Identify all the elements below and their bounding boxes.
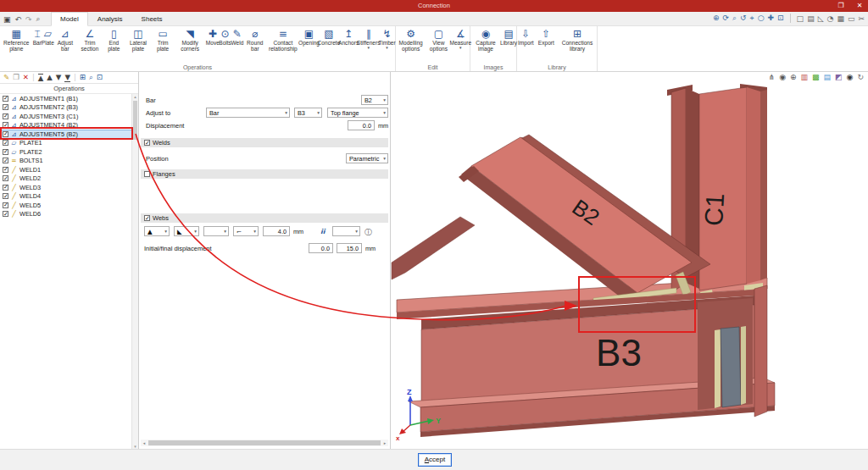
- scroll-up-icon[interactable]: ▴: [132, 94, 138, 99]
- tree-item-adjustment4[interactable]: ⊿ ADJUSTMENT4 (B2): [0, 121, 138, 130]
- checkbox[interactable]: [3, 122, 8, 128]
- close-icon[interactable]: ✕: [851, 0, 868, 12]
- tree-item-adjustment5[interactable]: ⊿ ADJUSTMENT5 (B2): [0, 130, 138, 139]
- checkbox[interactable]: [3, 211, 8, 217]
- capture-image-button[interactable]: ◉ Capture image: [470, 28, 501, 52]
- move-button[interactable]: ✚ Move: [206, 28, 219, 46]
- grid-icon[interactable]: ▦: [837, 14, 844, 23]
- properties-scrollbar[interactable]: ◂ ▸: [141, 440, 388, 446]
- opening-button[interactable]: ▣ Opening: [299, 28, 319, 46]
- delete-operation-icon[interactable]: ✕: [23, 74, 29, 81]
- displacement-input[interactable]: 0.0: [348, 120, 375, 130]
- checkbox[interactable]: [3, 167, 8, 173]
- tree-item-weld6[interactable]: ╱ WELD6: [0, 210, 138, 219]
- toggle-bolts-icon[interactable]: ▤: [824, 73, 832, 81]
- import-button[interactable]: ⇩ Import: [517, 28, 535, 46]
- move-top-icon[interactable]: ▲: [38, 74, 44, 82]
- maximize-icon[interactable]: ❐: [832, 0, 849, 12]
- view-options-button[interactable]: ▢ View options: [426, 28, 451, 52]
- history-icon[interactable]: ◔: [827, 14, 834, 23]
- weld-side-select[interactable]: ◣ ▾: [174, 226, 199, 236]
- weld-symbol-select[interactable]: ⌐ ▾: [233, 226, 259, 236]
- bar-select[interactable]: B2 ▾: [361, 95, 388, 105]
- previous-view-icon[interactable]: ↺: [740, 14, 747, 23]
- rotate-view-icon[interactable]: ↻: [857, 73, 864, 81]
- adjust-bar-button[interactable]: ⊿ Adjust bar: [54, 28, 77, 52]
- undo-icon[interactable]: ↶: [15, 15, 22, 24]
- position-select[interactable]: Parametric ▾: [346, 153, 388, 163]
- tree-item-weld4[interactable]: ╱ WELD4: [0, 192, 138, 202]
- zoom-view-icon[interactable]: ⌕: [732, 14, 737, 23]
- tree-item-weld2[interactable]: ╱ WELD2: [0, 174, 138, 184]
- tree-item-adjustment2[interactable]: ⊿ ADJUSTMENT2 (B3): [0, 103, 138, 113]
- accept-button[interactable]: Accept: [418, 453, 452, 467]
- weld-size-input[interactable]: 4.0: [263, 226, 290, 236]
- reference-plane-button[interactable]: ▦ Reference plane: [0, 28, 33, 52]
- timber-button[interactable]: ↯ Timber ▾: [379, 28, 395, 50]
- tree-item-weld3[interactable]: ╱ WELD3: [0, 183, 138, 192]
- modelling-options-button[interactable]: ⚙ Modelling options: [396, 28, 426, 52]
- tab-analysis[interactable]: Analysis: [88, 12, 132, 26]
- toolbar-separator[interactable]: |: [32, 74, 35, 81]
- tree-item-weld5[interactable]: ╱ WELD5: [0, 201, 138, 210]
- weld-button[interactable]: ✎ Weld: [231, 28, 243, 46]
- zoom-all-icon[interactable]: ✚: [768, 14, 775, 23]
- checkbox[interactable]: [3, 104, 8, 110]
- pan-view-icon[interactable]: ⊕: [713, 14, 720, 23]
- view-settings-icon[interactable]: ⊡: [777, 14, 784, 23]
- tree-item-plate1[interactable]: ▱ PLATE1: [0, 139, 138, 148]
- scrollbar-thumb[interactable]: [148, 440, 381, 445]
- flanges-checkbox[interactable]: [144, 171, 150, 177]
- perspective-icon[interactable]: ◉: [779, 73, 786, 81]
- checkbox[interactable]: [3, 185, 8, 191]
- toolbar-separator[interactable]: |: [74, 74, 76, 81]
- adjust-type-select[interactable]: Bar ▾: [206, 108, 290, 118]
- welds-checkbox[interactable]: [144, 140, 150, 146]
- solid-view-icon[interactable]: ◩: [835, 73, 843, 81]
- modify-corners-button[interactable]: ◥ Modify corners: [174, 28, 206, 52]
- connections-library-button[interactable]: ⊞ Connections library: [558, 28, 597, 52]
- search-operations-icon[interactable]: ⌕: [89, 74, 93, 81]
- zoom-out-icon[interactable]: ○: [758, 14, 765, 23]
- orbit-view-icon[interactable]: ⟳: [722, 14, 729, 23]
- tab-sheets[interactable]: Sheets: [132, 12, 172, 26]
- contact-relationship-button[interactable]: ≡ Contact relationship: [267, 28, 300, 52]
- cut-icon[interactable]: ✂: [858, 14, 865, 23]
- screen-icon[interactable]: ▤: [807, 14, 815, 23]
- measure-button[interactable]: ∡ Measure ▾: [452, 28, 470, 50]
- adjust-member-select[interactable]: B3 ▾: [294, 108, 322, 118]
- move-up-icon[interactable]: ▲: [47, 74, 53, 81]
- export-button[interactable]: ⇧ Export: [537, 28, 555, 46]
- webs-checkbox[interactable]: [144, 215, 150, 221]
- checkbox[interactable]: [3, 193, 8, 199]
- checkbox[interactable]: [3, 96, 8, 102]
- info-icon[interactable]: ⓘ: [364, 227, 372, 238]
- concrete-button[interactable]: ▧ Concrete: [319, 28, 339, 46]
- move-down-icon[interactable]: ▼: [56, 74, 62, 81]
- tree-item-adjustment3[interactable]: ⊿ ADJUSTMENT3 (C1): [0, 112, 138, 121]
- round-bar-button[interactable]: ⌀ Round bar: [243, 28, 267, 52]
- anchors-button[interactable]: ↥ Anchors: [339, 28, 358, 46]
- tree-item-adjustment1[interactable]: ⊿ ADJUSTMENT1 (B1): [0, 94, 138, 103]
- axes-icon[interactable]: ⋔: [769, 73, 776, 81]
- refresh-icon[interactable]: ⊡: [97, 74, 103, 81]
- pan-icon[interactable]: ⊕: [790, 73, 797, 81]
- initial-displacement-input[interactable]: 0.0: [309, 243, 333, 253]
- ruler-icon[interactable]: ◺: [818, 14, 824, 23]
- tree-item-plate2[interactable]: ▱ PLATE2: [0, 147, 138, 157]
- weld-type-select[interactable]: ▲ ▾: [144, 226, 170, 236]
- 3d-scene[interactable]: C1 B2: [391, 72, 868, 449]
- bolts-button[interactable]: ⊙ Bolts: [220, 28, 231, 46]
- final-displacement-input[interactable]: 15.0: [337, 243, 362, 253]
- copy-operation-icon[interactable]: ❐: [13, 74, 19, 81]
- zoom-window-icon[interactable]: ⌖: [750, 14, 754, 23]
- adjust-part-select[interactable]: Top flange ▾: [327, 108, 388, 118]
- tree-item-bolts1[interactable]: = BOLTS1: [0, 157, 138, 166]
- scroll-left-icon[interactable]: ◂: [141, 440, 147, 446]
- stiffeners-button[interactable]: ∥ Stiffeners ▾: [358, 28, 379, 50]
- weld-material-select[interactable]: ▾: [203, 226, 229, 236]
- end-plate-button[interactable]: ▯ End plate: [103, 28, 125, 52]
- checkbox[interactable]: [3, 113, 8, 119]
- checkbox[interactable]: [3, 202, 8, 208]
- checkbox[interactable]: [3, 175, 8, 181]
